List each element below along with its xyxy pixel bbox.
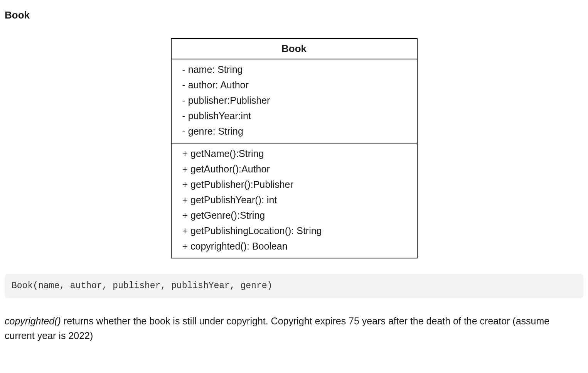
uml-class-name: Book <box>172 39 417 59</box>
uml-diagram-wrapper: Book - name: String - author: Author - p… <box>5 38 583 258</box>
uml-attributes-compartment: - name: String - author: Author - publis… <box>172 59 417 143</box>
uml-method: + copyrighted(): Boolean <box>182 238 417 254</box>
uml-attribute: - publisher:Publisher <box>182 93 417 108</box>
uml-method: + getPublishingLocation(): String <box>182 223 417 238</box>
uml-attribute: - author: Author <box>182 77 417 93</box>
uml-attribute: - genre: String <box>182 123 417 139</box>
page-title: Book <box>5 8 583 23</box>
uml-attribute: - name: String <box>182 62 417 77</box>
uml-class-box: Book - name: String - author: Author - p… <box>171 38 418 258</box>
uml-method: + getGenre():String <box>182 208 417 223</box>
copyright-note-text: returns whether the book is still under … <box>5 316 549 341</box>
uml-method: + getName():String <box>182 146 417 161</box>
copyright-note: copyrighted() returns whether the book i… <box>5 314 579 344</box>
uml-method: + getAuthor():Author <box>182 161 417 177</box>
uml-method: + getPublishYear(): int <box>182 192 417 208</box>
uml-attribute: - publishYear:int <box>182 108 417 123</box>
uml-methods-compartment: + getName():String + getAuthor():Author … <box>172 143 417 258</box>
constructor-code-block: Book(name, author, publisher, publishYea… <box>5 274 583 298</box>
copyright-note-method-name: copyrighted() <box>5 316 61 326</box>
uml-method: + getPublisher():Publisher <box>182 177 417 192</box>
